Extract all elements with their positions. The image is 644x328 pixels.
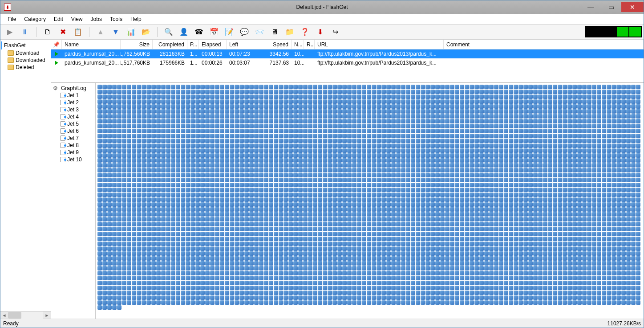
folder-icon — [8, 50, 14, 56]
edit-icon[interactable]: 📝 — [224, 27, 234, 37]
sidebar-item-deleted[interactable]: Deleted — [1, 64, 50, 71]
category-sidebar: FlashGet Download Downloaded Deleted ◄ ► — [0, 40, 51, 319]
jet-item[interactable]: Jet 9 — [52, 149, 94, 156]
jet-item[interactable]: Jet 6 — [52, 127, 94, 135]
exit-icon[interactable]: ↪ — [330, 27, 340, 37]
list-header: 📌 Name Size Completed P... Elapsed Left … — [51, 40, 644, 49]
sidebar-scrollbar[interactable]: ◄ ► — [0, 311, 51, 319]
jet-item[interactable]: Jet 4 — [52, 113, 94, 120]
menu-tools[interactable]: Tools — [106, 15, 126, 23]
jet-icon — [60, 107, 65, 112]
jet-icon — [60, 93, 65, 98]
col-r[interactable]: R... — [304, 40, 315, 49]
jet-icon — [60, 121, 65, 127]
sidebar-item-downloaded[interactable]: Downloaded — [1, 57, 50, 64]
jet-item[interactable]: Jet 3 — [52, 106, 94, 113]
speed-graph — [585, 26, 642, 37]
col-n[interactable]: N... — [292, 40, 304, 49]
open-folder-icon[interactable]: 📂 — [141, 27, 151, 37]
status-text: Ready — [3, 320, 19, 327]
person-icon[interactable]: 👤 — [179, 27, 189, 37]
jet-icon — [60, 157, 65, 162]
folder-icon — [8, 57, 14, 63]
menu-jobs[interactable]: Jobs — [87, 15, 105, 23]
tree-root[interactable]: FlashGet — [1, 41, 50, 49]
options-icon[interactable]: 🖥 — [270, 27, 279, 37]
jet-icon — [60, 143, 65, 148]
separator — [157, 27, 158, 37]
jet-item[interactable]: Jet 10 — [52, 156, 94, 163]
col-url[interactable]: URL — [315, 40, 444, 49]
moveup-icon[interactable]: ▲ — [96, 27, 105, 37]
toolbar: ▶ ⏸ 🗋 ✖ 📋 ▲ ▼ 📊 📂 🔍 👤 ☎ 📅 📝 💬 📨 🖥 📁 ❓ ⬇ … — [0, 25, 644, 40]
download-status-icon — [54, 60, 57, 66]
app-icon: ⬇ — [4, 4, 11, 11]
titlebar[interactable]: ⬇ Default.jcd - FlashGet — ▭ ✕ — [0, 0, 644, 14]
col-size[interactable]: Size — [121, 40, 153, 49]
jet-item[interactable]: Jet 5 — [52, 120, 94, 127]
graph-log-root[interactable]: Graph/Log — [52, 85, 94, 92]
statusbar: Ready 11027.26KB/s — [0, 319, 644, 328]
list-row[interactable]: pardus_kurumsal_20...1,762,560KB281163KB… — [51, 49, 644, 58]
jet-item[interactable]: Jet 7 — [52, 135, 94, 142]
graph-bar — [629, 27, 641, 37]
share-icon[interactable]: 💬 — [239, 27, 249, 37]
block-map[interactable] — [96, 83, 644, 319]
maximize-button[interactable]: ▭ — [601, 2, 621, 12]
col-pin[interactable]: 📌 — [51, 40, 62, 49]
window-title: Default.jcd - FlashGet — [296, 4, 348, 10]
help-icon[interactable]: ❓ — [300, 27, 310, 37]
jet-item[interactable]: Jet 2 — [52, 99, 94, 106]
calendar-icon[interactable]: 📅 — [209, 27, 219, 37]
jet-panel: Graph/Log Jet 1Jet 2Jet 3Jet 4Jet 5Jet 6… — [51, 83, 96, 319]
pause-icon[interactable]: ⏸ — [20, 27, 30, 37]
col-elapsed[interactable]: Elapsed — [199, 40, 227, 49]
properties-icon[interactable]: 📊 — [126, 27, 136, 37]
col-completed[interactable]: Completed — [153, 40, 187, 49]
col-left[interactable]: Left — [227, 40, 261, 49]
paste-icon[interactable]: 📋 — [73, 27, 83, 37]
scroll-right-icon[interactable]: ► — [43, 312, 51, 319]
graph-bar — [617, 27, 628, 37]
menu-category[interactable]: Category — [20, 15, 49, 23]
download-status-icon — [54, 51, 57, 57]
start-icon[interactable]: ▶ — [5, 27, 15, 37]
scroll-thumb[interactable] — [8, 312, 21, 319]
menu-help[interactable]: Help — [127, 15, 145, 23]
list-row[interactable]: pardus_kurumsal_20...1,517,760KB175966KB… — [51, 58, 644, 67]
col-comment[interactable]: Comment — [444, 40, 644, 49]
separator — [89, 27, 89, 37]
jet-icon — [60, 150, 65, 155]
separator — [36, 27, 36, 37]
status-speed: 11027.26KB/s — [608, 320, 641, 327]
delete-icon[interactable]: ✖ — [58, 27, 68, 37]
movedown-icon[interactable]: ▼ — [111, 27, 121, 37]
minimize-button[interactable]: — — [580, 2, 601, 12]
sidebar-item-download[interactable]: Download — [1, 49, 50, 57]
mail-icon[interactable]: 📨 — [255, 27, 264, 37]
jet-item[interactable]: Jet 1 — [52, 92, 94, 99]
phone-icon[interactable]: ☎ — [194, 27, 204, 37]
explorer-icon[interactable]: 📁 — [285, 27, 295, 37]
folder-icon — [8, 65, 14, 70]
close-button[interactable]: ✕ — [621, 2, 644, 12]
jet-item[interactable]: Jet 8 — [52, 142, 94, 149]
find-icon[interactable]: 🔍 — [164, 27, 174, 37]
menu-file[interactable]: File — [4, 15, 20, 23]
jet-icon — [60, 114, 65, 119]
graph-log-icon — [53, 85, 59, 91]
col-speed[interactable]: Speed — [261, 40, 292, 49]
flashget-icon[interactable]: ⬇ — [315, 27, 325, 37]
new-icon[interactable]: 🗋 — [43, 27, 53, 37]
jet-icon — [60, 100, 65, 105]
jet-icon — [60, 128, 65, 134]
app-window: ⬇ Default.jcd - FlashGet — ▭ ✕ File Cate… — [0, 0, 644, 328]
col-name[interactable]: Name — [62, 40, 121, 49]
menu-view[interactable]: View — [68, 15, 86, 23]
menubar: File Category Edit View Jobs Tools Help — [0, 14, 644, 25]
download-list: 📌 Name Size Completed P... Elapsed Left … — [51, 40, 644, 82]
col-percent[interactable]: P... — [187, 40, 199, 49]
scroll-left-icon[interactable]: ◄ — [0, 312, 8, 319]
jet-icon — [60, 135, 65, 141]
menu-edit[interactable]: Edit — [50, 15, 67, 23]
